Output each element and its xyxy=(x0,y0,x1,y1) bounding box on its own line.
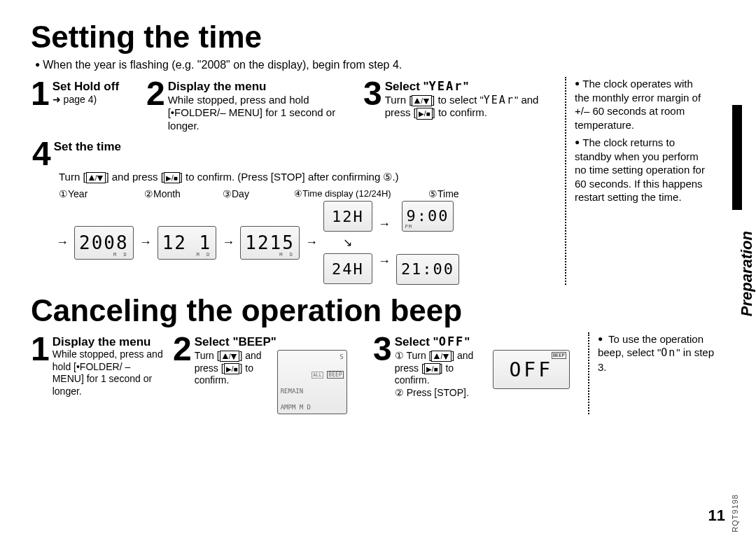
step-text: While stopped, press and hold [•FOLDER/ … xyxy=(52,348,164,397)
playstop-icon xyxy=(424,363,440,374)
section-tab: Preparation xyxy=(725,70,739,245)
playstop-icon xyxy=(416,108,433,119)
page-title-1: Setting the time xyxy=(31,20,725,55)
step-number: 1 xyxy=(31,332,50,415)
lcd-24h: 24H xyxy=(323,253,372,284)
time-steps-area: 1 Set Hold off ➜ page 4) 2 Display the m… xyxy=(31,77,552,285)
lcd-off-display: BEEP OFF xyxy=(493,350,570,389)
time-step-3: 3 Select "YEAr" Turn [] to select "YEAr"… xyxy=(363,77,545,133)
page-number: 11 xyxy=(708,507,725,525)
beep-step-3: 3 Select "OFF" ① Turn [] and press [] to… xyxy=(373,332,575,415)
step-ref: ➜ page 4) xyxy=(52,94,119,105)
step-title: Select "YEAr" xyxy=(385,80,545,94)
step-title: Set Hold off xyxy=(52,80,119,94)
time-side-notes: The clock operates with the monthly erro… xyxy=(565,77,705,285)
playstop-icon xyxy=(224,363,240,374)
arrow-right-icon: → xyxy=(305,235,318,250)
step4-labels: ①Year ②Month ③Day ④Time display (12/24H)… xyxy=(59,188,552,199)
lcd-beep-menu: S ALL BEEP REMAIN AMPM M D xyxy=(277,350,347,414)
time-step-1: 1 Set Hold off ➜ page 4) xyxy=(31,77,139,133)
step-number: 4 xyxy=(32,137,51,171)
label-day: ③Day xyxy=(223,188,279,199)
time-step-2: 2 Display the menu While stopped, press … xyxy=(146,77,356,133)
label-month: ②Month xyxy=(144,188,207,199)
updown-icon xyxy=(431,351,451,362)
lcd-month: 12 1M D xyxy=(158,226,217,260)
arrow-right-icon: → xyxy=(378,217,391,232)
lcd-word-off: OFF xyxy=(439,334,465,348)
beep-step-1: 1 Display the menu While stopped, press … xyxy=(31,332,164,415)
arrow-stack: → → xyxy=(378,217,391,269)
lcd-time-stack: 9:00PM 21:00 xyxy=(396,201,459,285)
arrow-right-icon: → xyxy=(56,235,69,250)
beep-step-2: 2 Select "BEEP" Turn [] and press [] to … xyxy=(173,332,365,415)
step-text: Turn [] to select "YEAr" and press [] to… xyxy=(385,94,545,120)
label-time-display: ④Time display (12/24H) xyxy=(294,188,413,199)
side-note-2: The clock returns to standby when you pe… xyxy=(575,136,705,204)
lcd-12h: 12H xyxy=(323,201,372,232)
lcd-time-12: 9:00PM xyxy=(402,201,454,232)
step-title: Display the menu xyxy=(168,80,356,94)
step-title: Select "OFF" xyxy=(395,335,570,349)
step-text: Turn [] and press [] to confirm. xyxy=(195,350,272,387)
label-year: ①Year xyxy=(59,188,129,199)
step-number: 2 xyxy=(173,332,192,415)
step-number: 3 xyxy=(373,332,392,415)
step-number: 3 xyxy=(363,77,382,133)
step4-diagram: → 2008M D → 12 1M D → 1215M D → 12H ↘ 24… xyxy=(56,201,552,285)
lcd-day: 1215M D xyxy=(240,226,300,260)
section-tab-label: Preparation xyxy=(738,231,756,316)
arrow-right-icon: → xyxy=(139,235,152,250)
step-title: Set the time xyxy=(54,140,552,154)
lcd-time-display-stack: 12H ↘ 24H xyxy=(323,201,372,284)
beep-side-note: To use the operation beep, select "On" i… xyxy=(598,332,725,374)
step-number: 1 xyxy=(31,77,50,133)
section-tab-bar xyxy=(732,105,742,210)
step-title: Display the menu xyxy=(52,335,164,349)
document-code: RQT9198 xyxy=(731,494,739,533)
updown-icon xyxy=(86,172,106,183)
updown-icon xyxy=(220,351,240,362)
page-title-2: Canceling the operation beep xyxy=(31,293,725,328)
arrow-right-icon: → xyxy=(378,254,391,269)
time-step-4: 4 Set the time xyxy=(31,137,552,171)
lcd-word-year: YEAr xyxy=(429,79,463,93)
arrow-down-icon: ↘ xyxy=(343,236,352,249)
beep-side-notes: To use the operation beep, select "On" i… xyxy=(588,332,725,415)
side-note-1: The clock operates with the monthly erro… xyxy=(575,77,705,132)
step4-instruction: Turn [] and press [] to confirm. (Press … xyxy=(59,171,552,184)
step-text: ① Turn [] and press [] to confirm. ② Pre… xyxy=(395,350,486,399)
playstop-icon xyxy=(164,172,180,183)
label-time: ⑤Time xyxy=(428,188,459,199)
intro-note: When the year is flashing (e.g. "2008" o… xyxy=(35,59,725,71)
step-title: Select "BEEP" xyxy=(195,335,347,349)
lcd-year: 2008M D xyxy=(74,226,134,260)
step-text: While stopped, press and hold [•FOLDER/–… xyxy=(168,94,356,133)
arrow-right-icon: → xyxy=(222,235,234,250)
lcd-time-24: 21:00 xyxy=(396,254,459,285)
step-number: 2 xyxy=(146,77,165,133)
updown-icon xyxy=(412,95,432,106)
